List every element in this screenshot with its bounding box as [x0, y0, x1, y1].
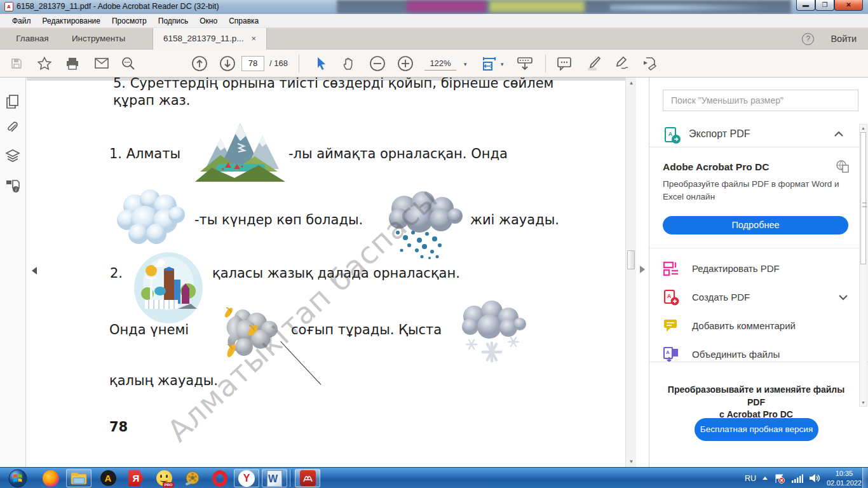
comment-icon[interactable] — [555, 55, 573, 72]
divider — [649, 248, 859, 248]
chevron-down-icon[interactable] — [838, 294, 848, 301]
network-icon[interactable] — [792, 474, 803, 483]
hand-icon[interactable] — [341, 55, 358, 72]
document-scrollbar[interactable]: ▲ ▼ — [625, 78, 636, 467]
tool-add-comment[interactable]: Добавить комментарий — [663, 318, 853, 337]
exercise-heading-line2: құрап жаз. — [113, 93, 190, 108]
document-page[interactable]: 5. Суреттердің орнына тиісті сөздерді қо… — [27, 78, 625, 467]
expand-right-pane-icon[interactable] — [640, 266, 645, 273]
yandex-browser-icon[interactable]: Y — [234, 469, 259, 487]
menu-file[interactable]: Файл — [6, 14, 37, 28]
attachment-icon[interactable] — [5, 121, 22, 137]
menu-help[interactable]: Справка — [223, 14, 264, 28]
menu-view[interactable]: Просмотр — [106, 14, 153, 28]
page-up-icon[interactable] — [191, 55, 208, 72]
clock[interactable]: 10:35 02.01.2022 — [827, 469, 862, 487]
sign-icon[interactable] — [613, 55, 630, 72]
scrollbar-thumb[interactable] — [860, 132, 866, 264]
annotation-line — [280, 341, 321, 385]
start-button[interactable] — [5, 469, 31, 487]
left-nav-pane: i — [0, 78, 26, 467]
doc-info-icon[interactable]: i — [5, 178, 22, 194]
menu-bar: Файл Редактирование Просмотр Подпись Окн… — [0, 14, 868, 28]
divider — [649, 362, 868, 362]
fraps-icon[interactable]: PRO — [151, 469, 177, 487]
combine-files-icon: A — [663, 346, 679, 363]
minimize-button[interactable]: ▬ — [796, 0, 815, 11]
acrobat-icon[interactable] — [295, 469, 320, 487]
scroll-up-icon[interactable]: ▲ — [626, 80, 637, 86]
tools-search-input[interactable]: Поиск "Уменьшить размер" — [663, 90, 858, 111]
chevron-up-icon[interactable] — [834, 131, 844, 137]
sentence4-prefix: Онда үнемі — [109, 322, 189, 337]
tab-document[interactable]: 6158_281379_11.p...× — [153, 28, 267, 50]
toolbar: 78 / 168 122% ▾ ▾ — [0, 50, 868, 78]
pointer-icon[interactable] — [313, 55, 330, 72]
tool-combine-files[interactable]: A Объединить файлы — [663, 346, 853, 365]
search-icon[interactable] — [119, 55, 137, 72]
volume-icon[interactable] — [810, 473, 820, 483]
zoom-dropdown-icon[interactable]: ▾ — [464, 61, 467, 67]
learn-more-button[interactable]: Подробнее — [663, 216, 848, 234]
scrollbar-thumb[interactable] — [627, 250, 635, 269]
highlighter-icon[interactable] — [585, 55, 602, 72]
scroll-up-icon[interactable]: ▲ — [860, 126, 867, 130]
language-indicator[interactable]: RU — [745, 474, 756, 483]
email-icon[interactable] — [93, 55, 111, 72]
restore-button[interactable]: ❐ — [815, 0, 834, 11]
media-player-icon[interactable] — [179, 469, 205, 487]
collapse-left-pane-icon[interactable] — [32, 267, 37, 274]
snow-cloud-image — [452, 300, 529, 370]
help-icon[interactable]: ? — [802, 33, 814, 45]
action-center-icon[interactable] — [774, 473, 785, 484]
svg-text:A: A — [667, 293, 672, 299]
sentence3-number: 2. — [110, 266, 123, 281]
sidebar-scrollbar[interactable]: ▲ ▼ — [859, 124, 867, 407]
menu-edit[interactable]: Редактирование — [37, 14, 106, 28]
word-icon[interactable]: W — [262, 469, 287, 487]
scroll-down-icon[interactable]: ▼ — [626, 459, 637, 464]
system-tray: RU 10:35 02.01.2022 — [745, 468, 862, 488]
footer-promo-title: Преобразовывайте и изменяйте файлы PDF с… — [661, 384, 851, 421]
sentence1-suffix: -лы аймақта орналасқан. Онда — [288, 146, 508, 161]
tool-label: Редактировать PDF — [692, 263, 780, 274]
tool-edit-pdf[interactable]: Редактировать PDF — [663, 261, 853, 280]
menu-window[interactable]: Окно — [194, 14, 223, 28]
send-icon[interactable] — [641, 55, 658, 72]
page-down-icon[interactable] — [219, 55, 236, 72]
aimp-icon[interactable]: A — [95, 469, 121, 487]
tab-home[interactable]: Главная — [8, 28, 57, 50]
background-blob — [407, 1, 486, 12]
zoom-in-icon[interactable] — [397, 55, 414, 72]
tool-create-pdf[interactable]: A Создать PDF — [663, 289, 853, 308]
firefox-icon[interactable] — [38, 469, 64, 487]
save-icon[interactable] — [8, 55, 25, 72]
svg-text:A: A — [668, 131, 673, 137]
scroll-down-icon[interactable]: ▼ — [860, 400, 867, 405]
print-icon[interactable] — [64, 55, 81, 72]
opera-icon[interactable] — [207, 469, 233, 487]
close-button[interactable]: ✕ — [834, 0, 863, 11]
fit-width-icon[interactable] — [480, 55, 498, 72]
yandex-alpha-icon[interactable]: Я — [123, 469, 149, 487]
explorer-icon[interactable] — [66, 469, 92, 487]
sign-in-button[interactable]: Войти — [831, 34, 857, 44]
tray-time: 10:35 — [827, 469, 862, 478]
tab-tools[interactable]: Инструменты — [64, 28, 133, 50]
tray-up-icon[interactable] — [763, 477, 768, 480]
page-number-input[interactable]: 78 — [241, 56, 264, 71]
layers-icon[interactable] — [5, 149, 22, 165]
thumbnails-icon[interactable] — [5, 94, 22, 111]
free-trial-button[interactable]: Бесплатная пробная версия — [695, 418, 818, 441]
reading-mode-icon[interactable] — [516, 55, 534, 72]
export-pdf-row[interactable]: A Экспорт PDF — [649, 123, 859, 147]
svg-text:A: A — [666, 349, 670, 355]
menu-sign[interactable]: Подпись — [153, 14, 194, 28]
fit-width-dropdown-icon[interactable]: ▾ — [501, 61, 504, 67]
zoom-level[interactable]: 122% — [424, 58, 456, 71]
star-icon[interactable] — [36, 55, 53, 72]
tab-close-icon[interactable]: × — [252, 34, 257, 43]
window-title: 6158_281379_11.pdf - Adobe Acrobat Reade… — [17, 2, 219, 11]
show-desktop-button[interactable] — [862, 468, 868, 488]
zoom-out-icon[interactable] — [369, 55, 386, 72]
